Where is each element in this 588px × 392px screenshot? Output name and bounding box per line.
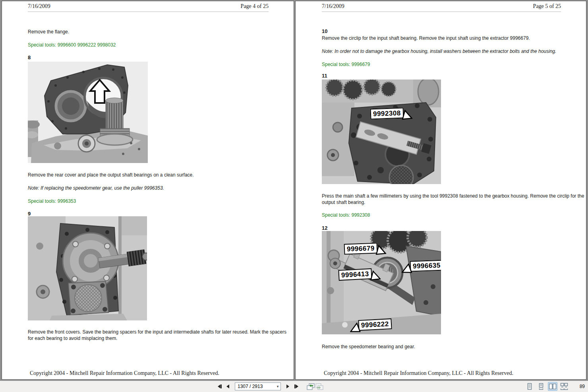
tool-callout-9996679: 9996679 — [344, 243, 378, 255]
para-rear-cover: Remove the rear cover and place the outp… — [28, 172, 291, 178]
para-front-covers: Remove the front covers. Save the bearin… — [28, 329, 291, 342]
document-canvas: 7/16/2009 Page 4 of 25 Remove the flange… — [0, 0, 588, 380]
previous-view-icon — [307, 383, 315, 390]
last-page-button[interactable] — [292, 382, 301, 391]
special-tools-line: Special tools: 9996353 — [28, 198, 291, 204]
figure-9-photo — [28, 216, 147, 320]
gearbox-rear-cover-photo — [28, 62, 148, 163]
special-tools-line: Special tools: 9996679 — [322, 61, 585, 68]
gearbox-front-cover-photo — [28, 216, 147, 320]
page-number-input[interactable] — [235, 384, 275, 389]
previous-view-button[interactable] — [306, 382, 315, 391]
figure-11-photo: 9992308 — [322, 80, 441, 184]
two-up-continuous-layout-icon — [560, 383, 568, 390]
para-main-shaft: Press the main shaft a few millimeters b… — [322, 193, 585, 206]
tool-callout-9996222: 9996222 — [358, 318, 392, 331]
previous-page-button[interactable] — [224, 382, 232, 391]
step-number-12: 12 — [322, 225, 327, 231]
page-layout-controls — [525, 382, 569, 391]
step-number-11: 11 — [322, 73, 327, 79]
copyright-footer: Copyright 2004 - Mitchell Repair Informa… — [324, 370, 513, 376]
para-speedometer: Remove the speedometer bearing and gear. — [322, 343, 585, 350]
note-washers: Note: In order not to damage the gearbox… — [322, 48, 585, 54]
tool-callout-9992308: 9992308 — [370, 108, 404, 120]
two-up-layout-button[interactable] — [548, 382, 557, 391]
next-page-button[interactable] — [283, 382, 292, 391]
first-page-button[interactable] — [215, 382, 224, 391]
single-page-continuous-layout-button[interactable] — [536, 382, 546, 391]
page-dropdown-caret-icon[interactable]: ▾ — [275, 384, 280, 388]
tool-callout-9996635: 9996635 — [410, 260, 441, 272]
page-navigation-controls: ▾ — [215, 382, 324, 391]
single-page-layout-button[interactable] — [525, 382, 534, 391]
para-remove-flange: Remove the flange. — [28, 29, 291, 35]
special-tools-line: Special tools: 9992308 — [322, 212, 585, 218]
page-header: 7/16/2009 Page 5 of 25 — [322, 3, 561, 12]
page-number-box: ▾ — [235, 382, 281, 390]
viewer-statusbar: ▾ — [0, 380, 588, 392]
note-speedometer: Note: If replacing the speedometer gear,… — [28, 185, 291, 191]
figure-12-photo: 9996679 9996635 9996413 9996222 — [322, 231, 441, 334]
single-page-continuous-layout-icon — [538, 383, 545, 390]
header-date: 7/16/2009 — [322, 3, 344, 10]
header-page-number: Page 4 of 25 — [241, 3, 269, 10]
special-tools-line: Special tools: 9996600 9996222 9998032 — [28, 42, 291, 48]
copyright-footer: Copyright 2004 - Mitchell Repair Informa… — [30, 370, 219, 376]
pdf-page-4: 7/16/2009 Page 4 of 25 Remove the flange… — [2, 1, 294, 380]
next-view-button[interactable] — [315, 382, 324, 391]
para-circlip: Remove the circlip for the input shaft b… — [322, 35, 585, 41]
next-page-icon — [285, 384, 290, 389]
view-history-controls — [306, 382, 324, 391]
previous-page-icon — [225, 384, 231, 389]
tool-callout-9996413: 9996413 — [338, 268, 372, 281]
step-number-10: 10 — [322, 28, 327, 35]
first-page-icon — [217, 384, 222, 389]
single-page-layout-icon — [526, 383, 533, 390]
zoom-level-value[interactable]: 89 — [580, 384, 585, 389]
last-page-icon — [294, 384, 300, 389]
two-up-continuous-layout-button[interactable] — [559, 382, 569, 391]
step-number-8: 8 — [28, 54, 31, 61]
pdf-page-5: 7/16/2009 Page 5 of 25 10 Remove the cir… — [295, 1, 586, 380]
two-up-layout-icon — [549, 383, 557, 390]
gearbox-tool-photo — [322, 80, 441, 184]
header-page-number: Page 5 of 25 — [533, 3, 561, 10]
figure-8-photo — [28, 62, 148, 163]
next-view-icon — [315, 383, 323, 390]
header-date: 7/16/2009 — [28, 3, 50, 10]
page-header: 7/16/2009 Page 4 of 25 — [28, 3, 269, 12]
